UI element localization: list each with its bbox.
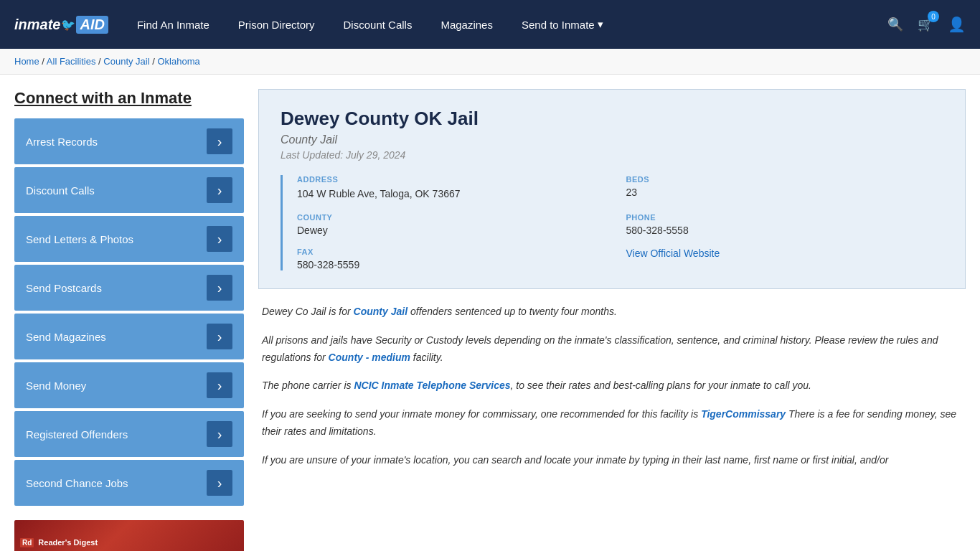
county-value: Dewey	[297, 225, 615, 236]
desc-para2: All prisons and jails have Security or C…	[262, 332, 962, 367]
breadcrumb-all-facilities[interactable]: All Facilities	[47, 56, 96, 67]
desc-para3-suffix: , to see their rates and best-calling pl…	[511, 380, 811, 391]
view-official-website-link[interactable]: View Official Website	[626, 248, 720, 259]
arrow-icon: ›	[207, 372, 232, 398]
arrow-icon: ›	[207, 421, 232, 447]
sidebar-item-send-money[interactable]: Send Money ›	[14, 362, 244, 408]
sidebar-ad: Rd Reader's Digest 1 Year Subscription f…	[14, 520, 244, 551]
logo-inmate: inmate	[14, 17, 60, 33]
desc-para1-prefix: Dewey Co Jail is for	[262, 306, 354, 317]
sidebar-items-list: Arrest Records › Discount Calls › Send L…	[14, 118, 244, 506]
nav-discount-calls[interactable]: Discount Calls	[344, 19, 413, 31]
sidebar-title: Connect with an Inmate	[14, 89, 244, 108]
sidebar-item-discount-calls[interactable]: Discount Calls ›	[14, 167, 244, 213]
ncic-link[interactable]: NCIC Inmate Telephone Services	[354, 380, 510, 391]
sidebar-item-label: Send Money	[26, 380, 86, 392]
facility-description: Dewey Co Jail is for County Jail offende…	[258, 303, 966, 469]
address-group: ADDRESS 104 W Ruble Ave, Taloga, OK 7366…	[297, 175, 615, 202]
beds-value: 23	[626, 187, 944, 198]
fax-group: FAX 580-328-5559	[297, 248, 615, 270]
nav-prison-directory[interactable]: Prison Directory	[238, 19, 315, 31]
county-jail-link[interactable]: County Jail	[354, 306, 407, 317]
breadcrumb: Home / All Facilities / County Jail / Ok…	[14, 56, 966, 67]
user-icon[interactable]: 👤	[948, 16, 966, 33]
sidebar-item-label: Send Postcards	[26, 282, 102, 294]
ad-content: Rd Reader's Digest 1 Year Subscription f…	[20, 538, 165, 552]
logo-aid: AID	[76, 16, 108, 34]
nav-magazines[interactable]: Magazines	[440, 19, 493, 31]
county-medium-link[interactable]: County - medium	[329, 352, 410, 363]
site-header: inmate 🐦 AID Find An Inmate Prison Direc…	[0, 0, 980, 49]
sidebar-item-label: Discount Calls	[26, 184, 95, 197]
search-icon[interactable]: 🔍	[887, 17, 903, 32]
desc-para1-suffix: offenders sentenced up to twenty four mo…	[407, 306, 617, 317]
desc-para4: If you are seeking to send your inmate m…	[262, 406, 962, 441]
sidebar-item-label: Registered Offenders	[26, 428, 128, 441]
sidebar-item-label: Send Letters & Photos	[26, 233, 133, 245]
desc-para3-prefix: The phone carrier is	[262, 380, 354, 391]
sidebar-item-send-letters[interactable]: Send Letters & Photos ›	[14, 216, 244, 262]
nav-find-inmate[interactable]: Find An Inmate	[137, 19, 209, 31]
sidebar-item-arrest-records[interactable]: Arrest Records ›	[14, 118, 244, 164]
beds-label: BEDS	[626, 175, 944, 184]
arrow-icon: ›	[207, 275, 232, 301]
main-nav: Find An Inmate Prison Directory Discount…	[137, 18, 859, 31]
county-label: COUNTY	[297, 213, 615, 222]
desc-para5: If you are unsure of your inmate's locat…	[262, 452, 962, 469]
header-actions: 🔍 🛒 0 👤	[887, 16, 966, 33]
facility-name: Dewey County OK Jail	[281, 108, 943, 130]
logo-bird-icon: 🐦	[61, 18, 75, 32]
breadcrumb-home[interactable]: Home	[14, 56, 39, 67]
logo[interactable]: inmate 🐦 AID	[14, 16, 108, 34]
cart-icon[interactable]: 🛒 0	[918, 17, 933, 32]
facility-last-updated: Last Updated: July 29, 2024	[281, 149, 943, 161]
cart-badge: 0	[928, 11, 939, 22]
nav-send-to-inmate[interactable]: Send to Inmate ▾	[522, 18, 603, 31]
desc-para2-suffix: facility.	[410, 352, 443, 363]
phone-label: PHONE	[626, 213, 944, 222]
fax-value: 580-328-5559	[297, 259, 615, 270]
ad-title: Reader's Digest	[38, 538, 98, 547]
county-group: COUNTY Dewey	[297, 213, 615, 236]
phone-group: PHONE 580-328-5558	[626, 213, 944, 236]
tiger-commissary-link[interactable]: TigerCommissary	[701, 408, 786, 420]
arrow-icon: ›	[207, 470, 232, 496]
breadcrumb-bar: Home / All Facilities / County Jail / Ok…	[0, 49, 980, 75]
content-area: Dewey County OK Jail County Jail Last Up…	[258, 89, 966, 551]
phone-value: 580-328-5558	[626, 225, 944, 236]
breadcrumb-county-jail[interactable]: County Jail	[103, 56, 149, 67]
arrow-icon: ›	[207, 177, 232, 203]
address-value: 104 W Ruble Ave, Taloga, OK 73667	[297, 187, 615, 202]
main-container: Connect with an Inmate Arrest Records › …	[0, 75, 980, 551]
arrow-icon: ›	[207, 128, 232, 154]
address-label: ADDRESS	[297, 175, 615, 184]
desc-para1: Dewey Co Jail is for County Jail offende…	[262, 303, 962, 321]
sidebar-item-label: Send Magazines	[26, 331, 106, 343]
website-group: View Official Website	[626, 248, 944, 270]
sidebar-item-send-magazines[interactable]: Send Magazines ›	[14, 314, 244, 359]
fax-label: FAX	[297, 248, 615, 256]
sidebar-item-send-postcards[interactable]: Send Postcards ›	[14, 265, 244, 311]
sidebar-item-second-chance-jobs[interactable]: Second Chance Jobs ›	[14, 460, 244, 506]
beds-group: BEDS 23	[626, 175, 944, 202]
facility-card: Dewey County OK Jail County Jail Last Up…	[258, 89, 966, 289]
sidebar: Connect with an Inmate Arrest Records › …	[14, 89, 244, 551]
arrow-icon: ›	[207, 324, 232, 349]
breadcrumb-state[interactable]: Oklahoma	[157, 56, 199, 67]
arrow-icon: ›	[207, 226, 232, 252]
sidebar-item-label: Second Chance Jobs	[26, 477, 128, 489]
facility-type: County Jail	[281, 133, 943, 146]
desc-para3: The phone carrier is NCIC Inmate Telepho…	[262, 377, 962, 395]
desc-para4-prefix: If you are seeking to send your inmate m…	[262, 408, 701, 420]
send-dropdown-arrow-icon: ▾	[598, 18, 603, 31]
facility-details-grid: ADDRESS 104 W Ruble Ave, Taloga, OK 7366…	[281, 175, 943, 270]
sidebar-item-label: Arrest Records	[26, 136, 98, 148]
sidebar-item-registered-offenders[interactable]: Registered Offenders ›	[14, 411, 244, 457]
